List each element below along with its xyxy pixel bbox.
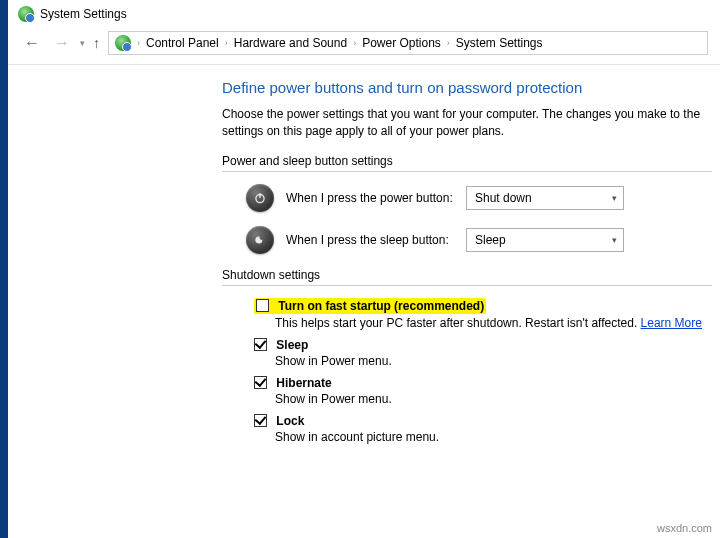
titlebar: System Settings xyxy=(0,0,720,26)
sleep-desc: Show in Power menu. xyxy=(275,354,712,368)
hibernate-desc: Show in Power menu. xyxy=(275,392,712,406)
watermark: wsxdn.com xyxy=(657,522,712,534)
content-pane: Define power buttons and turn on passwor… xyxy=(0,65,720,444)
chevron-down-icon: ▾ xyxy=(612,235,617,245)
chevron-down-icon: ▾ xyxy=(612,193,617,203)
forward-button[interactable]: → xyxy=(48,32,76,54)
sleep-button-row: When I press the sleep button: Sleep ▾ xyxy=(222,226,720,254)
section-header-shutdown: Shutdown settings xyxy=(222,268,712,286)
power-button-label: When I press the power button: xyxy=(286,191,466,205)
sleep-row: Sleep xyxy=(254,338,712,352)
fast-startup-row: Turn on fast startup (recommended) xyxy=(254,298,486,314)
chevron-right-icon[interactable]: › xyxy=(135,38,142,48)
lock-row: Lock xyxy=(254,414,712,428)
crumb-system-settings[interactable]: System Settings xyxy=(452,34,547,52)
address-bar[interactable]: › Control Panel › Hardware and Sound › P… xyxy=(108,31,708,55)
back-button[interactable]: ← xyxy=(18,32,46,54)
sleep-icon xyxy=(246,226,274,254)
power-icon xyxy=(246,184,274,212)
chevron-right-icon[interactable]: › xyxy=(351,38,358,48)
up-button[interactable]: ↑ xyxy=(93,35,100,51)
fast-startup-desc: This helps start your PC faster after sh… xyxy=(275,316,712,330)
control-panel-icon xyxy=(18,6,34,22)
power-button-row: When I press the power button: Shut down… xyxy=(222,184,720,212)
hibernate-checkbox[interactable] xyxy=(254,376,267,389)
fast-startup-label: Turn on fast startup (recommended) xyxy=(278,299,484,313)
fast-startup-checkbox[interactable] xyxy=(256,299,269,312)
power-button-action-combo[interactable]: Shut down ▾ xyxy=(466,186,624,210)
control-panel-icon xyxy=(115,35,131,51)
lock-checkbox[interactable] xyxy=(254,414,267,427)
hibernate-row: Hibernate xyxy=(254,376,712,390)
sleep-label: Sleep xyxy=(276,338,308,352)
chevron-right-icon[interactable]: › xyxy=(223,38,230,48)
page-title: Define power buttons and turn on passwor… xyxy=(222,79,720,96)
sleep-button-label: When I press the sleep button: xyxy=(286,233,466,247)
sleep-checkbox[interactable] xyxy=(254,338,267,351)
window-title: System Settings xyxy=(40,7,127,21)
recent-locations-dropdown[interactable]: ▾ xyxy=(78,38,87,48)
combo-value: Shut down xyxy=(475,191,532,205)
section-header-buttons: Power and sleep button settings xyxy=(222,154,712,172)
sleep-button-action-combo[interactable]: Sleep ▾ xyxy=(466,228,624,252)
hibernate-label: Hibernate xyxy=(276,376,331,390)
nav-toolbar: ← → ▾ ↑ › Control Panel › Hardware and S… xyxy=(0,26,720,60)
learn-more-link[interactable]: Learn More xyxy=(641,316,702,330)
lock-label: Lock xyxy=(276,414,304,428)
lock-desc: Show in account picture menu. xyxy=(275,430,712,444)
crumb-power-options[interactable]: Power Options xyxy=(358,34,445,52)
chevron-right-icon[interactable]: › xyxy=(445,38,452,48)
combo-value: Sleep xyxy=(475,233,506,247)
crumb-hardware-sound[interactable]: Hardware and Sound xyxy=(230,34,351,52)
page-description: Choose the power settings that you want … xyxy=(222,106,720,140)
crumb-control-panel[interactable]: Control Panel xyxy=(142,34,223,52)
